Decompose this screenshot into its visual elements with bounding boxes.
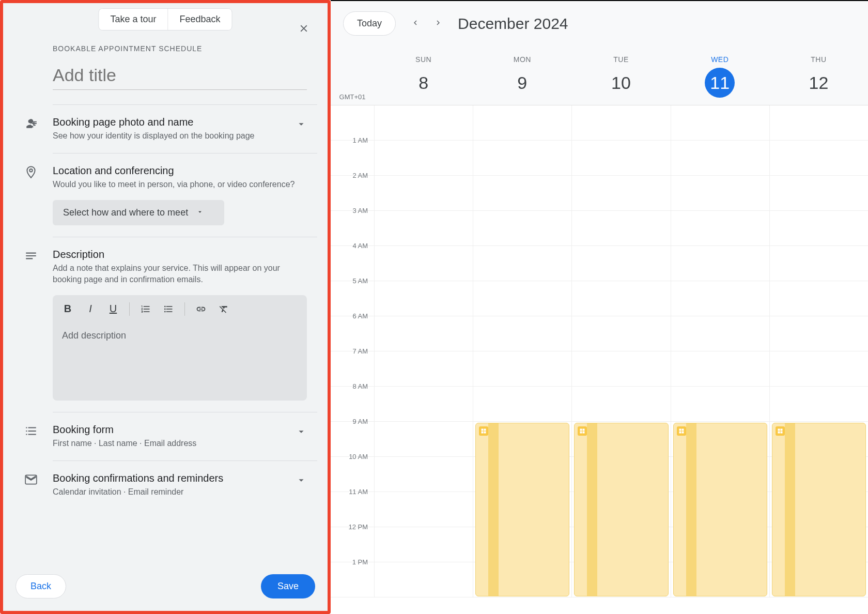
section-confirmations[interactable]: Booking confirmations and reminders Cale… bbox=[53, 461, 317, 509]
day-cell[interactable] bbox=[473, 176, 571, 210]
day-cell[interactable] bbox=[671, 211, 769, 245]
bold-button[interactable]: B bbox=[57, 300, 79, 318]
next-week-button[interactable] bbox=[428, 13, 448, 34]
day-cell[interactable] bbox=[571, 527, 670, 562]
day-cell[interactable] bbox=[473, 281, 571, 316]
day-cell[interactable] bbox=[769, 141, 868, 175]
day-cell[interactable] bbox=[473, 316, 571, 351]
day-cell[interactable] bbox=[571, 281, 670, 316]
day-cell[interactable] bbox=[374, 105, 473, 140]
day-cell[interactable] bbox=[671, 281, 769, 316]
day-cell[interactable] bbox=[473, 562, 571, 597]
day-cell[interactable] bbox=[374, 387, 473, 421]
day-header-wed[interactable]: WED11 bbox=[671, 46, 769, 105]
day-cell[interactable] bbox=[374, 141, 473, 175]
day-cell[interactable] bbox=[671, 457, 769, 492]
day-cell[interactable] bbox=[769, 246, 868, 281]
day-cell[interactable] bbox=[671, 141, 769, 175]
close-button[interactable] bbox=[295, 20, 313, 38]
day-cell[interactable] bbox=[571, 105, 670, 140]
back-button[interactable]: Back bbox=[16, 574, 66, 598]
day-cell[interactable] bbox=[571, 246, 670, 281]
clear-format-button[interactable] bbox=[213, 300, 235, 318]
section-location: Location and conferencing Would you like… bbox=[53, 153, 317, 236]
day-header-thu[interactable]: THU12 bbox=[769, 46, 868, 105]
italic-button[interactable]: I bbox=[80, 300, 101, 318]
day-cell[interactable] bbox=[473, 141, 571, 175]
day-cell[interactable] bbox=[473, 211, 571, 245]
meet-location-select[interactable]: Select how and where to meet bbox=[53, 200, 224, 225]
day-header-sun[interactable]: SUN8 bbox=[374, 46, 473, 105]
day-cell[interactable] bbox=[671, 246, 769, 281]
link-button[interactable] bbox=[190, 300, 212, 318]
day-cell[interactable] bbox=[374, 457, 473, 492]
day-cell[interactable] bbox=[374, 316, 473, 351]
section-booking-form[interactable]: Booking form First name · Last name · Em… bbox=[53, 412, 317, 461]
day-cell[interactable] bbox=[671, 387, 769, 421]
day-cell[interactable] bbox=[671, 316, 769, 351]
day-cell[interactable] bbox=[473, 246, 571, 281]
day-cell[interactable] bbox=[769, 281, 868, 316]
day-cell[interactable] bbox=[671, 105, 769, 140]
today-button[interactable]: Today bbox=[343, 11, 396, 36]
prev-week-button[interactable] bbox=[405, 13, 426, 34]
title-input[interactable] bbox=[53, 61, 307, 90]
take-tour-button[interactable]: Take a tour bbox=[99, 9, 168, 30]
day-cell[interactable] bbox=[374, 527, 473, 562]
day-cell[interactable] bbox=[374, 351, 473, 386]
ordered-list-button[interactable] bbox=[135, 300, 157, 318]
description-textarea[interactable]: Add description bbox=[53, 323, 307, 401]
day-cell[interactable] bbox=[671, 492, 769, 527]
day-cell[interactable] bbox=[769, 176, 868, 210]
feedback-button[interactable]: Feedback bbox=[168, 9, 232, 30]
day-cell[interactable] bbox=[473, 105, 571, 140]
bullet-list-button[interactable] bbox=[158, 300, 179, 318]
day-header-tue[interactable]: TUE10 bbox=[571, 46, 670, 105]
day-cell[interactable] bbox=[473, 457, 571, 492]
time-grid[interactable]: 1 AM2 AM3 AM4 AM5 AM6 AM7 AM8 AM9 AM10 A… bbox=[331, 105, 868, 614]
day-cell[interactable] bbox=[571, 141, 670, 175]
day-cell[interactable] bbox=[571, 562, 670, 597]
day-cell[interactable] bbox=[571, 316, 670, 351]
day-cell[interactable] bbox=[769, 562, 868, 597]
day-cell[interactable] bbox=[374, 422, 473, 456]
day-cell[interactable] bbox=[374, 562, 473, 597]
day-cell[interactable] bbox=[671, 176, 769, 210]
day-cell[interactable] bbox=[769, 105, 868, 140]
day-cell[interactable] bbox=[571, 211, 670, 245]
section-booking-photo[interactable]: Booking page photo and name See how your… bbox=[53, 104, 317, 153]
day-cell[interactable] bbox=[473, 492, 571, 527]
rich-text-toolbar: B I U bbox=[53, 295, 307, 323]
day-cell[interactable] bbox=[769, 527, 868, 562]
day-header-mon[interactable]: MON9 bbox=[473, 46, 571, 105]
day-cell[interactable] bbox=[769, 211, 868, 245]
day-cell[interactable] bbox=[671, 527, 769, 562]
day-cell[interactable] bbox=[374, 176, 473, 210]
day-cell[interactable] bbox=[571, 176, 670, 210]
day-cell[interactable] bbox=[571, 351, 670, 386]
day-cell[interactable] bbox=[671, 422, 769, 456]
day-cell[interactable] bbox=[769, 351, 868, 386]
day-cell[interactable] bbox=[473, 387, 571, 421]
time-row: 11 AM bbox=[331, 492, 868, 527]
day-cell[interactable] bbox=[374, 246, 473, 281]
day-cell[interactable] bbox=[769, 492, 868, 527]
day-cell[interactable] bbox=[374, 492, 473, 527]
day-cell[interactable] bbox=[374, 211, 473, 245]
day-cell[interactable] bbox=[769, 316, 868, 351]
day-cell[interactable] bbox=[769, 387, 868, 421]
day-cell[interactable] bbox=[571, 422, 670, 456]
day-cell[interactable] bbox=[374, 281, 473, 316]
underline-button[interactable]: U bbox=[102, 300, 124, 318]
day-cell[interactable] bbox=[473, 422, 571, 456]
day-cell[interactable] bbox=[571, 457, 670, 492]
save-button[interactable]: Save bbox=[261, 574, 315, 598]
day-cell[interactable] bbox=[473, 527, 571, 562]
day-cell[interactable] bbox=[571, 387, 670, 421]
day-cell[interactable] bbox=[571, 492, 670, 527]
day-cell[interactable] bbox=[473, 351, 571, 386]
day-cell[interactable] bbox=[769, 457, 868, 492]
day-cell[interactable] bbox=[671, 562, 769, 597]
day-cell[interactable] bbox=[769, 422, 868, 456]
day-cell[interactable] bbox=[671, 351, 769, 386]
